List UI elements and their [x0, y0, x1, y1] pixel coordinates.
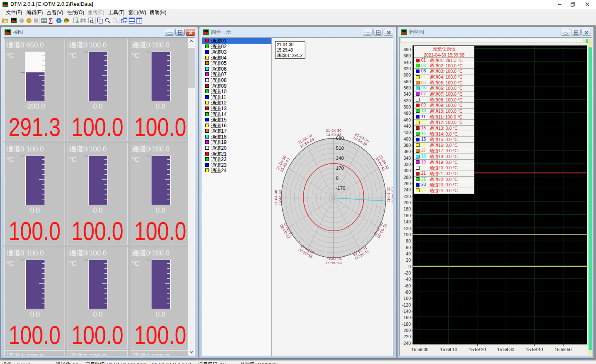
svg-text:21-04-3015:14:43: 21-04-3015:14:43	[387, 187, 394, 203]
svg-text:510: 510	[336, 146, 344, 151]
svg-text:21-04-3015:29:43: 21-04-3015:29:43	[326, 257, 342, 265]
svg-text:170: 170	[336, 166, 344, 171]
svg-text:340: 340	[336, 156, 344, 161]
svg-text:21-04-3014:59:43: 21-04-3014:59:43	[325, 128, 341, 137]
svg-text:0: 0	[336, 176, 338, 181]
svg-text:-170: -170	[336, 186, 345, 191]
svg-text:21-04-3015:44:43: 21-04-3015:44:43	[273, 190, 282, 206]
